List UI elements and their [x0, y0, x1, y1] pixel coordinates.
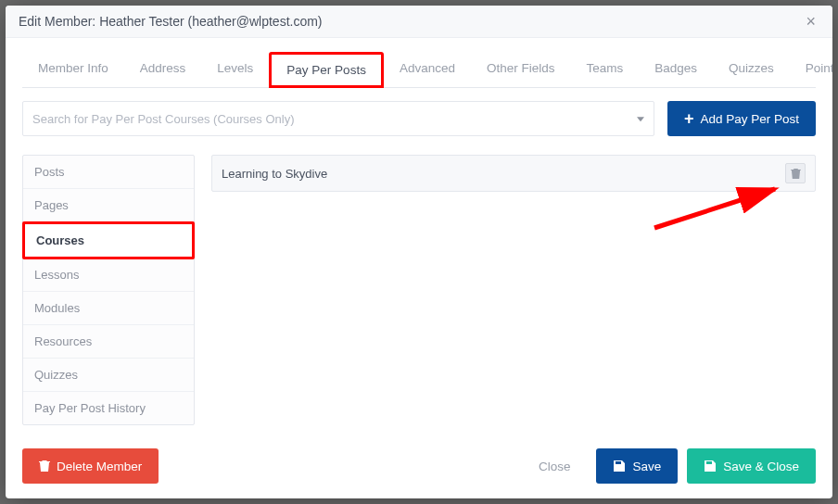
save-button[interactable]: Save — [596, 448, 678, 484]
tab-address[interactable]: Address — [124, 52, 202, 88]
course-search-input[interactable] — [32, 112, 628, 126]
search-row: + Add Pay Per Post — [22, 101, 816, 136]
plus-icon: + — [684, 109, 694, 129]
modal-title: Edit Member: Heather Tester (heather@wlp… — [19, 14, 323, 29]
sidenav-item-courses[interactable]: Courses — [22, 221, 195, 259]
sidenav: Posts Pages Courses Lessons Modules Reso… — [22, 155, 195, 425]
add-pay-per-post-button[interactable]: + Add Pay Per Post — [667, 101, 816, 136]
chevron-down-icon — [637, 117, 644, 121]
trash-icon — [39, 460, 50, 472]
sidenav-item-lessons[interactable]: Lessons — [23, 258, 194, 292]
tab-member-info[interactable]: Member Info — [22, 52, 124, 88]
save-button-label: Save — [632, 460, 661, 473]
delete-member-label: Delete Member — [57, 460, 142, 473]
footer-right: Close Save Save & Close — [522, 448, 816, 484]
tabs: Member Info Address Levels Pay Per Posts… — [22, 51, 816, 88]
delete-course-button[interactable] — [785, 163, 806, 183]
tab-advanced[interactable]: Advanced — [384, 52, 471, 88]
tab-other-fields[interactable]: Other Fields — [471, 52, 571, 88]
course-row: Learning to Skydive — [211, 155, 816, 192]
close-button-label: Close — [539, 460, 571, 473]
course-title: Learning to Skydive — [222, 167, 327, 181]
delete-member-button[interactable]: Delete Member — [22, 448, 159, 484]
sidenav-item-resources[interactable]: Resources — [23, 325, 194, 359]
sidenav-item-posts[interactable]: Posts — [23, 156, 194, 189]
tab-badges[interactable]: Badges — [639, 52, 713, 88]
add-button-label: Add Pay Per Post — [700, 112, 799, 126]
tab-quizzes[interactable]: Quizzes — [713, 52, 790, 88]
save-close-button[interactable]: Save & Close — [687, 448, 816, 484]
save-icon — [613, 460, 626, 472]
modal-body: Member Info Address Levels Pay Per Posts… — [6, 38, 832, 437]
save-close-button-label: Save & Close — [723, 460, 799, 473]
save-icon — [704, 460, 717, 472]
modal-footer: Delete Member Close Save Save & Close — [6, 437, 832, 498]
modal-header: Edit Member: Heather Tester (heather@wlp… — [6, 6, 832, 38]
content-row: Posts Pages Courses Lessons Modules Reso… — [22, 155, 816, 425]
main-pane: Learning to Skydive — [211, 155, 816, 425]
sidenav-item-ppp-history[interactable]: Pay Per Post History — [23, 392, 194, 424]
tab-levels[interactable]: Levels — [201, 52, 269, 88]
tab-teams[interactable]: Teams — [570, 52, 639, 88]
sidenav-item-quizzes[interactable]: Quizzes — [23, 359, 194, 392]
course-search-dropdown[interactable] — [22, 101, 654, 136]
close-icon[interactable]: × — [802, 13, 819, 30]
tab-pay-per-posts[interactable]: Pay Per Posts — [269, 52, 384, 88]
sidenav-item-pages[interactable]: Pages — [23, 189, 194, 222]
tab-points[interactable]: Points — [790, 52, 832, 88]
edit-member-modal: Edit Member: Heather Tester (heather@wlp… — [6, 6, 832, 498]
sidenav-item-modules[interactable]: Modules — [23, 292, 194, 325]
trash-icon — [791, 168, 801, 180]
close-button[interactable]: Close — [522, 448, 588, 484]
